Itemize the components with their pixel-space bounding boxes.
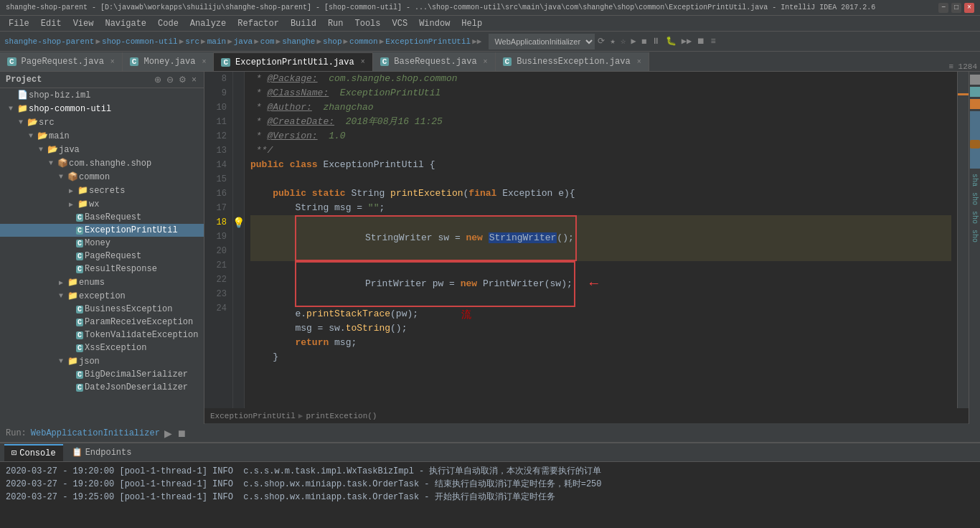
nav-shanghe[interactable]: shanghe bbox=[282, 37, 315, 46]
tab-close-BaseRequest[interactable]: × bbox=[484, 58, 488, 66]
tree-label: BusinessException bbox=[85, 304, 172, 314]
run-stop-btn[interactable]: ⏹ bbox=[176, 428, 187, 439]
side-icon-3[interactable] bbox=[970, 99, 980, 109]
class-icon: C bbox=[76, 384, 83, 392]
tree-label: secrets bbox=[89, 186, 125, 196]
tree-item-wx[interactable]: ▶ 📁 wx bbox=[0, 197, 204, 211]
tree-item-enums[interactable]: ▶ 📁 enums bbox=[0, 275, 204, 289]
nav-shop[interactable]: shop bbox=[323, 37, 341, 46]
nav-src[interactable]: src bbox=[185, 37, 199, 46]
code-content[interactable]: * @Package: com.shanghe.shop.common * @C… bbox=[245, 72, 957, 408]
tree-item-DateJsonDeserializer[interactable]: C DateJsonDeserializer bbox=[0, 381, 204, 394]
tree-item-ParamReceiveException[interactable]: C ParamReceiveException bbox=[0, 316, 204, 329]
menu-navigate[interactable]: Navigate bbox=[99, 17, 152, 30]
tree-item-com-shanghe-shop[interactable]: ▼ 📦 com.shanghe.shop bbox=[0, 156, 204, 170]
side-icon-2[interactable] bbox=[970, 87, 980, 97]
nav-module[interactable]: shop-common-util bbox=[102, 37, 178, 46]
nav-main[interactable]: main bbox=[207, 37, 226, 46]
menu-view[interactable]: View bbox=[67, 17, 100, 30]
lightbulb-icon[interactable]: 💡 bbox=[232, 217, 245, 229]
menu-run[interactable]: Run bbox=[322, 17, 349, 30]
class-icon: C bbox=[76, 227, 83, 235]
tree-item-TokenValidateException[interactable]: C TokenValidateException bbox=[0, 329, 204, 341]
tab-console-label: Console bbox=[19, 448, 55, 458]
tree-item-src[interactable]: ▼ 📂 src bbox=[0, 116, 204, 129]
bc-printExcetion[interactable]: printExcetion() bbox=[306, 412, 377, 420]
tree-item-java[interactable]: ▼ 📂 java bbox=[0, 143, 204, 156]
tab-PageRequest[interactable]: C PageRequest.java × bbox=[0, 52, 123, 71]
scroll-bar-right[interactable] bbox=[957, 72, 969, 408]
tree-label: enums bbox=[79, 278, 105, 288]
sidebar-collapse-btn[interactable]: ⊖ bbox=[165, 75, 175, 85]
code-line-18: StringWriter sw = new StringWriter(); bbox=[250, 215, 951, 261]
title-text: shanghe-shop-parent - [D:\javawb\workapp… bbox=[6, 4, 938, 11]
tree-item-BusinessException[interactable]: C BusinessException bbox=[0, 303, 204, 316]
menu-refactor[interactable]: Refactor bbox=[232, 17, 285, 30]
code-line-8: * @Package: com.shanghe.shop.common bbox=[250, 72, 951, 86]
tab-BusinessException[interactable]: C BusinessException.java × bbox=[496, 52, 649, 71]
menu-vcs[interactable]: VCS bbox=[387, 17, 414, 30]
tab-Money[interactable]: C Money.java × bbox=[123, 52, 215, 71]
tab-close-BusinessException[interactable]: × bbox=[637, 58, 641, 66]
tree-item-BigDecimalSerializer[interactable]: C BigDecimalSerializer bbox=[0, 368, 204, 381]
close-button[interactable]: × bbox=[964, 3, 974, 13]
menu-code[interactable]: Code bbox=[152, 17, 184, 30]
tab-console[interactable]: ⊡ Console bbox=[4, 444, 63, 461]
tree-item-exception[interactable]: ▼ 📁 exception bbox=[0, 289, 204, 303]
tab-BaseRequest[interactable]: C BaseRequest.java × bbox=[373, 52, 496, 71]
code-area[interactable]: 8 9 10 11 12 13 14 15 16 17 18 19 20 21 … bbox=[204, 72, 969, 408]
nav-class[interactable]: ExceptionPrintUtil bbox=[385, 37, 471, 46]
menu-edit[interactable]: Edit bbox=[35, 17, 67, 30]
tab-close-ExceptionPrintUtil[interactable]: × bbox=[361, 58, 365, 66]
tree-label: PageRequest bbox=[85, 251, 141, 261]
console-line-1: 2020-03-27 - 19:20:00 [pool-1-thread-1] … bbox=[6, 465, 974, 478]
sidebar-close-btn[interactable]: × bbox=[190, 75, 198, 85]
nav-common[interactable]: common bbox=[349, 37, 378, 46]
run-config-label[interactable]: WebApplicationInitializer bbox=[31, 428, 160, 438]
tree-item-BaseRequest[interactable]: C BaseRequest bbox=[0, 211, 204, 224]
tab-endpoints[interactable]: 📋 Endpoints bbox=[65, 444, 139, 461]
tree-item-Money[interactable]: C Money bbox=[0, 237, 204, 250]
tree-item-main[interactable]: ▼ 📂 main bbox=[0, 129, 204, 143]
sidebar-settings-btn[interactable]: ⚙ bbox=[177, 75, 188, 85]
tree-item-json[interactable]: ▼ 📁 json bbox=[0, 354, 204, 368]
highlight-box-line18: StringWriter sw = new StringWriter(); bbox=[295, 215, 576, 261]
nav-run-config-dropdown[interactable]: WebApplicationInitializer bbox=[489, 34, 595, 50]
nav-root[interactable]: shanghe-shop-parent bbox=[4, 37, 94, 46]
tree-label: BigDecimalSerializer bbox=[85, 369, 188, 380]
tree-item-shop-common-util[interactable]: ▼ 📁 shop-common-util bbox=[0, 102, 204, 116]
minimize-button[interactable]: − bbox=[938, 3, 948, 13]
folder-icon: 📂 bbox=[36, 131, 49, 141]
menu-analyze[interactable]: Analyze bbox=[184, 17, 232, 30]
menu-build[interactable]: Build bbox=[285, 17, 322, 30]
tree-label: src bbox=[39, 118, 55, 128]
tree-item-common[interactable]: ▼ 📦 common bbox=[0, 170, 204, 184]
nav-com[interactable]: com bbox=[260, 37, 275, 46]
maximize-button[interactable]: □ bbox=[951, 3, 961, 13]
side-scrollbar[interactable] bbox=[970, 111, 980, 169]
side-icons-panel: sha sho sho sho bbox=[969, 72, 980, 424]
side-icon-1[interactable] bbox=[970, 75, 980, 85]
nav-java[interactable]: java bbox=[234, 37, 253, 46]
run-play-btn[interactable]: ▶ bbox=[164, 428, 172, 439]
tab-settings[interactable]: ≡ 1284 bbox=[948, 62, 980, 71]
tab-close-PageRequest[interactable]: × bbox=[110, 58, 115, 66]
tree-item-XssException[interactable]: C XssException bbox=[0, 341, 204, 354]
menu-file[interactable]: File bbox=[3, 17, 35, 30]
tree-item-shop-biz-iml[interactable]: 📄 shop-biz.iml bbox=[0, 88, 204, 102]
bc-ExceptionPrintUtil[interactable]: ExceptionPrintUtil bbox=[210, 412, 296, 420]
menu-window[interactable]: Window bbox=[413, 17, 456, 30]
tree-item-ExceptionPrintUtil[interactable]: C ExceptionPrintUtil bbox=[0, 224, 204, 237]
tree-item-secrets[interactable]: ▶ 📁 secrets bbox=[0, 184, 204, 197]
tree-item-ResultResponse[interactable]: C ResultResponse bbox=[0, 263, 204, 275]
nav-bar: shanghe-shop-parent ▶ shop-common-util ▶… bbox=[0, 32, 980, 52]
tree-item-PageRequest[interactable]: C PageRequest bbox=[0, 250, 204, 263]
code-editor: 8 9 10 11 12 13 14 15 16 17 18 19 20 21 … bbox=[204, 72, 969, 424]
tree-arrow: ▼ bbox=[16, 118, 26, 126]
tab-ExceptionPrintUtil[interactable]: C ExceptionPrintUtil.java × bbox=[214, 52, 372, 71]
menu-tools[interactable]: Tools bbox=[349, 17, 387, 30]
sidebar-expand-btn[interactable]: ⊕ bbox=[153, 75, 163, 85]
tab-close-Money[interactable]: × bbox=[202, 58, 206, 66]
menu-help[interactable]: Help bbox=[456, 17, 488, 30]
code-line-12: * @Version: 1.0 bbox=[250, 129, 951, 143]
